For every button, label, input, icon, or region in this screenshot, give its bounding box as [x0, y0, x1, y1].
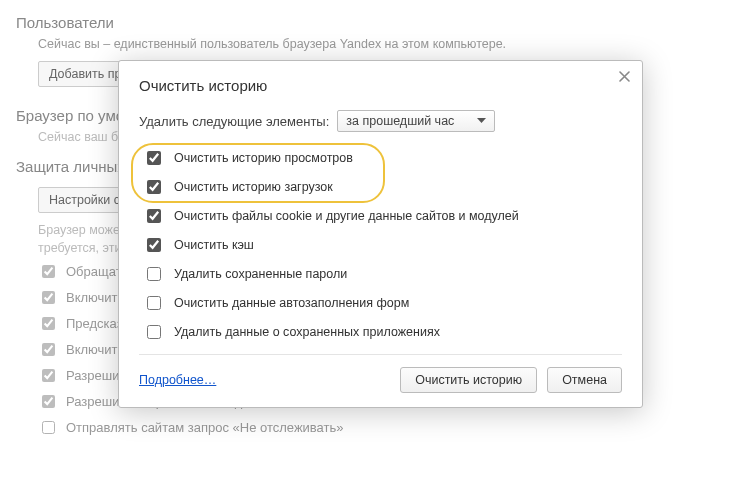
dialog-footer: Подробнее… Очистить историю Отмена	[139, 354, 622, 393]
option-row: Очистить данные автозаполнения форм	[143, 293, 622, 313]
dialog-actions: Очистить историю Отмена	[400, 367, 622, 393]
bg-checkbox[interactable]	[42, 291, 55, 304]
option-checkbox[interactable]	[147, 296, 161, 310]
option-label: Удалить данные о сохраненных приложениях	[174, 325, 440, 339]
clear-history-dialog: Очистить историю Удалить следующие элеме…	[118, 60, 643, 408]
confirm-button[interactable]: Очистить историю	[400, 367, 537, 393]
option-checkbox[interactable]	[147, 151, 161, 165]
options-group: Очистить историю просмотров Очистить ист…	[139, 148, 622, 342]
bg-checkbox[interactable]	[42, 395, 55, 408]
option-row: Очистить кэш	[143, 235, 622, 255]
option-label: Очистить историю загрузок	[174, 180, 333, 194]
more-link[interactable]: Подробнее…	[139, 373, 216, 387]
dialog-title: Очистить историю	[139, 77, 622, 94]
bg-checkbox[interactable]	[42, 343, 55, 356]
cancel-button[interactable]: Отмена	[547, 367, 622, 393]
option-row: Удалить сохраненные пароли	[143, 264, 622, 284]
option-checkbox[interactable]	[147, 180, 161, 194]
option-checkbox[interactable]	[147, 325, 161, 339]
option-row: Очистить историю загрузок	[143, 177, 622, 197]
bg-checkbox[interactable]	[42, 369, 55, 382]
option-label: Очистить данные автозаполнения форм	[174, 296, 409, 310]
bg-checkbox[interactable]	[42, 421, 55, 434]
bg-checkbox[interactable]	[42, 317, 55, 330]
period-selected-value: за прошедший час	[346, 114, 454, 128]
option-row: Очистить историю просмотров	[143, 148, 622, 168]
option-label: Удалить сохраненные пароли	[174, 267, 347, 281]
option-checkbox[interactable]	[147, 238, 161, 252]
users-heading: Пользователи	[16, 14, 717, 31]
option-checkbox[interactable]	[147, 209, 161, 223]
bg-option-row: Отправлять сайтам запрос «Не отслеживать…	[38, 418, 717, 437]
bg-checkbox[interactable]	[42, 265, 55, 278]
option-row: Удалить данные о сохраненных приложениях	[143, 322, 622, 342]
chevron-down-icon	[477, 118, 486, 124]
option-row: Очистить файлы cookie и другие данные са…	[143, 206, 622, 226]
delete-label: Удалить следующие элементы:	[139, 114, 329, 129]
bg-option-label: Отправлять сайтам запрос «Не отслеживать…	[66, 420, 344, 435]
option-label: Очистить историю просмотров	[174, 151, 353, 165]
option-label: Очистить файлы cookie и другие данные са…	[174, 209, 519, 223]
close-icon[interactable]	[619, 71, 630, 82]
period-select[interactable]: за прошедший час	[337, 110, 495, 132]
users-desc: Сейчас вы – единственный пользователь бр…	[38, 37, 717, 51]
option-checkbox[interactable]	[147, 267, 161, 281]
period-row: Удалить следующие элементы: за прошедший…	[139, 110, 622, 132]
option-label: Очистить кэш	[174, 238, 254, 252]
